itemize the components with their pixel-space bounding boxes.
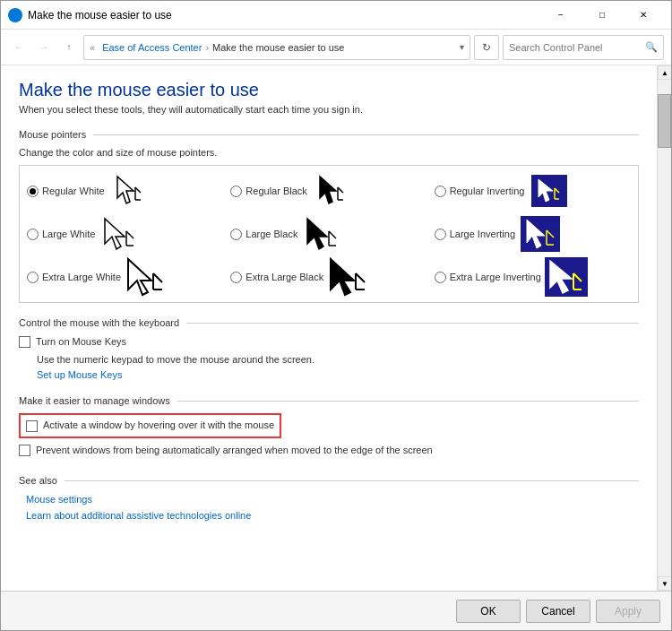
close-button[interactable]: ✕ xyxy=(623,1,664,30)
pointer-option-large-black[interactable]: Large Black xyxy=(230,216,426,252)
see-also-label: See also xyxy=(19,475,57,486)
radio-large-white[interactable] xyxy=(27,229,39,240)
mouse-keys-row: Turn on Mouse Keys xyxy=(19,335,639,349)
pointer-option-large-white[interactable]: Large White xyxy=(27,216,223,252)
mouse-settings-link[interactable]: Mouse settings xyxy=(26,494,92,505)
preview-xl-inverting xyxy=(545,259,588,295)
up-button[interactable]: ↑ xyxy=(58,37,80,58)
pointer-option-xl-white[interactable]: Extra Large White xyxy=(27,259,223,295)
address-bar: ← → ↑ « Ease of Access Center › Make the… xyxy=(1,30,671,65)
label-regular-black: Regular Black xyxy=(246,186,306,196)
breadcrumb-ease-of-access[interactable]: Ease of Access Center xyxy=(102,42,202,53)
pointer-option-regular-inverting[interactable]: Regular Inverting xyxy=(435,173,631,209)
svg-marker-20 xyxy=(527,220,545,248)
radio-xl-inverting[interactable] xyxy=(435,272,446,283)
label-xl-inverting: Extra Large Inverting xyxy=(450,272,541,282)
ok-button[interactable]: OK xyxy=(456,600,521,623)
pointer-option-large-inverting[interactable]: Large Inverting xyxy=(435,216,631,252)
svg-marker-24 xyxy=(128,259,151,295)
apply-button[interactable]: Apply xyxy=(596,600,660,623)
svg-marker-32 xyxy=(550,261,572,293)
minimize-button[interactable]: − xyxy=(540,1,582,30)
mouse-pointers-header: Mouse pointers xyxy=(19,129,639,140)
breadcrumb-current: Make the mouse easier to use xyxy=(212,42,344,53)
pointers-description: Change the color and size of mouse point… xyxy=(19,147,639,158)
pointer-option-regular-black[interactable]: Regular Black xyxy=(230,173,426,209)
refresh-button[interactable]: ↻ xyxy=(474,35,499,60)
preview-regular-inverting xyxy=(528,173,571,209)
bottom-bar: OK Cancel Apply xyxy=(1,591,671,630)
svg-marker-16 xyxy=(307,219,327,249)
preview-regular-black xyxy=(311,173,354,209)
scroll-down-arrow[interactable]: ▼ xyxy=(658,576,671,591)
pointer-option-regular-white[interactable]: Regular White xyxy=(27,173,223,209)
setup-link-container: Set up Mouse Keys xyxy=(37,368,639,381)
radio-xl-black[interactable] xyxy=(230,272,242,283)
mouse-keys-label: Turn on Mouse Keys xyxy=(36,335,126,349)
label-xl-white: Extra Large White xyxy=(42,272,121,282)
preview-regular-white xyxy=(108,173,151,209)
svg-line-13 xyxy=(126,231,134,238)
svg-marker-4 xyxy=(320,177,336,203)
setup-mouse-keys-link[interactable]: Set up Mouse Keys xyxy=(37,369,122,380)
radio-xl-white[interactable] xyxy=(27,272,39,283)
preview-xl-black xyxy=(327,259,370,295)
search-icon: 🔍 xyxy=(645,41,658,53)
svg-line-25 xyxy=(153,273,162,282)
window-icon xyxy=(8,8,22,22)
scroll-thumb[interactable] xyxy=(658,94,671,148)
svg-marker-12 xyxy=(105,219,125,249)
radio-regular-black[interactable] xyxy=(230,186,242,197)
back-button[interactable]: ← xyxy=(8,37,30,58)
window-controls: − □ ✕ xyxy=(540,1,664,30)
svg-line-1 xyxy=(135,187,141,193)
scroll-up-arrow[interactable]: ▲ xyxy=(658,65,671,80)
page-title: Make the mouse easier to use xyxy=(19,80,639,100)
page-subtitle: When you select these tools, they will a… xyxy=(19,104,639,115)
section-divider xyxy=(93,134,639,135)
preview-large-inverting xyxy=(519,216,562,252)
mouse-keys-checkbox[interactable] xyxy=(19,336,30,348)
prevent-arrange-checkbox[interactable] xyxy=(19,445,30,456)
mouse-pointers-label: Mouse pointers xyxy=(19,129,86,140)
pointer-option-xl-inverting[interactable]: Extra Large Inverting xyxy=(435,259,631,295)
label-large-black: Large Black xyxy=(246,229,297,239)
svg-line-21 xyxy=(547,230,554,238)
address-dropdown-icon[interactable]: ▾ xyxy=(460,42,464,52)
prevent-arrange-row: Prevent windows from being automatically… xyxy=(19,444,639,457)
preview-large-white xyxy=(99,216,142,252)
label-xl-black: Extra Large Black xyxy=(246,272,323,282)
pointer-option-xl-black[interactable]: Extra Large Black xyxy=(230,259,426,295)
manage-windows-header: Make it easier to manage windows xyxy=(19,395,639,406)
label-regular-white: Regular White xyxy=(42,186,105,196)
prevent-arrange-label: Prevent windows from being automatically… xyxy=(36,444,433,457)
label-large-white: Large White xyxy=(42,229,95,239)
preview-large-black xyxy=(301,216,344,252)
forward-button[interactable]: → xyxy=(33,37,55,58)
scrollbar[interactable]: ▲ ▼ xyxy=(657,65,671,591)
main-window: Make the mouse easier to use − □ ✕ ← → ↑… xyxy=(0,0,672,631)
learn-link-container: Learn about additional assistive technol… xyxy=(26,509,639,522)
mouse-keys-description: Use the numeric keypad to move the mouse… xyxy=(37,354,639,365)
content-area: Make the mouse easier to use When you se… xyxy=(1,65,657,591)
svg-marker-8 xyxy=(538,179,553,202)
breadcrumb-arrow: › xyxy=(205,42,209,53)
radio-regular-white[interactable] xyxy=(27,186,39,197)
learn-assistive-link[interactable]: Learn about additional assistive technol… xyxy=(26,510,251,521)
pointers-grid: Regular White Regul xyxy=(19,165,639,303)
keyboard-control-label: Control the mouse with the keyboard xyxy=(19,317,179,328)
see-also-section-line xyxy=(65,480,639,481)
manage-windows-label: Make it easier to manage windows xyxy=(19,395,170,406)
radio-large-black[interactable] xyxy=(230,229,242,240)
radio-large-inverting[interactable] xyxy=(435,229,446,240)
svg-marker-0 xyxy=(117,177,134,203)
maximize-button[interactable]: □ xyxy=(582,1,623,30)
keyboard-control-header: Control the mouse with the keyboard xyxy=(19,317,639,328)
title-bar: Make the mouse easier to use − □ ✕ xyxy=(1,1,671,30)
cancel-button[interactable]: Cancel xyxy=(526,600,590,623)
radio-regular-inverting[interactable] xyxy=(435,186,446,197)
label-large-inverting: Large Inverting xyxy=(450,229,515,239)
activate-window-checkbox[interactable] xyxy=(26,420,38,432)
svg-marker-28 xyxy=(331,259,354,295)
search-input[interactable] xyxy=(509,42,642,53)
